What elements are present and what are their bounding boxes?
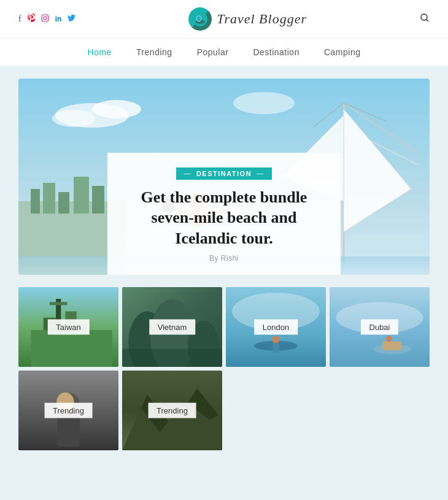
city-card-dubai[interactable]: Dubai	[330, 287, 430, 367]
trending-card-1[interactable]: Trending	[18, 371, 118, 450]
logo-icon	[188, 7, 212, 31]
instagram-icon[interactable]	[41, 14, 49, 25]
trending-card-2[interactable]: Trending	[122, 371, 222, 450]
trending-label-2: Trending	[148, 403, 196, 418]
city-grid: Taiwan Vietnam London	[18, 287, 430, 367]
svg-rect-16	[43, 183, 55, 213]
hero-tag: DESTINATION	[176, 167, 271, 180]
svg-line-8	[426, 20, 428, 22]
svg-point-2	[47, 16, 47, 17]
svg-rect-55	[383, 341, 402, 350]
hero-section: DESTINATION Get the complete bundle seve…	[18, 79, 430, 275]
nav-camping[interactable]: Camping	[324, 47, 361, 57]
navigation: Home Trending Popular Destination Campin…	[0, 39, 448, 66]
city-card-london[interactable]: London	[226, 287, 326, 367]
svg-rect-0	[42, 15, 48, 21]
logo-text: Travel Blogger	[217, 11, 307, 27]
taiwan-label: Taiwan	[47, 320, 89, 335]
city-card-vietnam[interactable]: Vietnam	[122, 287, 222, 367]
hero-title: Get the complete bundle seven-mile beach…	[126, 187, 322, 249]
header: f in Travel Blogger	[0, 0, 448, 39]
linkedin-icon[interactable]: in	[55, 15, 62, 23]
city-card-taiwan[interactable]: Taiwan	[18, 287, 118, 367]
svg-rect-18	[74, 177, 89, 213]
svg-rect-17	[58, 192, 69, 213]
svg-point-1	[44, 17, 47, 20]
logo[interactable]: Travel Blogger	[188, 7, 307, 31]
svg-point-11	[92, 100, 141, 118]
svg-rect-46	[122, 349, 222, 367]
svg-rect-59	[57, 415, 80, 447]
svg-rect-41	[31, 330, 112, 367]
svg-rect-15	[31, 189, 40, 213]
svg-point-50	[272, 336, 279, 343]
social-icons: f in	[18, 13, 75, 25]
dubai-label: Dubai	[361, 320, 399, 335]
pinterest-icon[interactable]	[28, 13, 35, 25]
london-label: London	[254, 320, 298, 335]
twitter-icon[interactable]	[68, 14, 75, 24]
nav-popular[interactable]: Popular	[197, 47, 229, 57]
svg-rect-19	[92, 186, 104, 213]
search-button[interactable]	[420, 13, 430, 25]
hero-author: By Rishi	[126, 254, 322, 263]
svg-point-12	[52, 110, 95, 127]
svg-rect-37	[50, 302, 68, 305]
nav-home[interactable]: Home	[88, 47, 112, 57]
svg-point-56	[386, 336, 392, 342]
trending-label-1: Trending	[44, 403, 93, 418]
svg-point-13	[233, 92, 295, 114]
hero-card: DESTINATION Get the complete bundle seve…	[107, 153, 341, 275]
trending-grid: Trending Trending	[18, 371, 430, 450]
svg-rect-51	[272, 343, 279, 352]
vietnam-label: Vietnam	[149, 320, 195, 335]
nav-destination[interactable]: Destination	[253, 47, 299, 57]
svg-point-6	[197, 17, 201, 21]
facebook-icon[interactable]: f	[18, 14, 21, 24]
nav-trending[interactable]: Trending	[136, 47, 172, 57]
